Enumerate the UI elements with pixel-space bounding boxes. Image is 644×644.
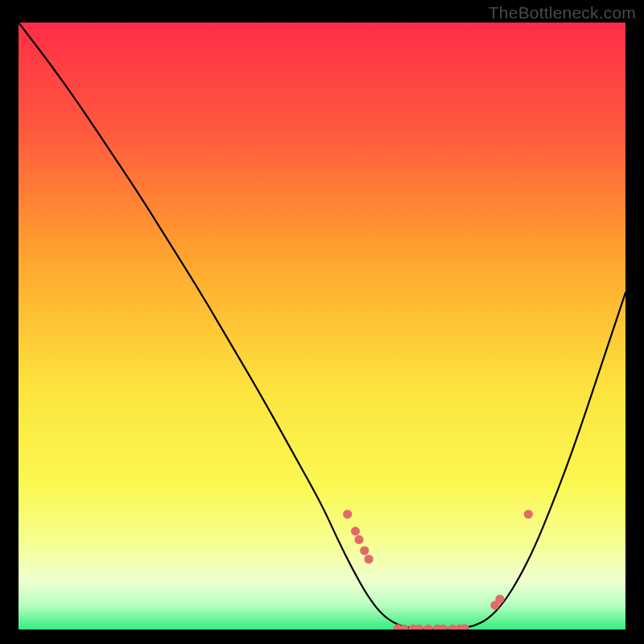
data-marker xyxy=(524,510,533,518)
chart-svg xyxy=(19,23,625,630)
chart-frame: TheBottleneck.com xyxy=(0,0,644,644)
data-marker xyxy=(495,595,504,604)
gradient-background xyxy=(19,23,625,630)
plot-area xyxy=(19,23,625,630)
watermark-text: TheBottleneck.com xyxy=(489,3,636,23)
data-marker xyxy=(343,510,352,518)
data-marker xyxy=(360,546,369,555)
data-marker xyxy=(364,555,373,564)
data-marker xyxy=(351,526,360,535)
data-marker xyxy=(354,535,363,544)
